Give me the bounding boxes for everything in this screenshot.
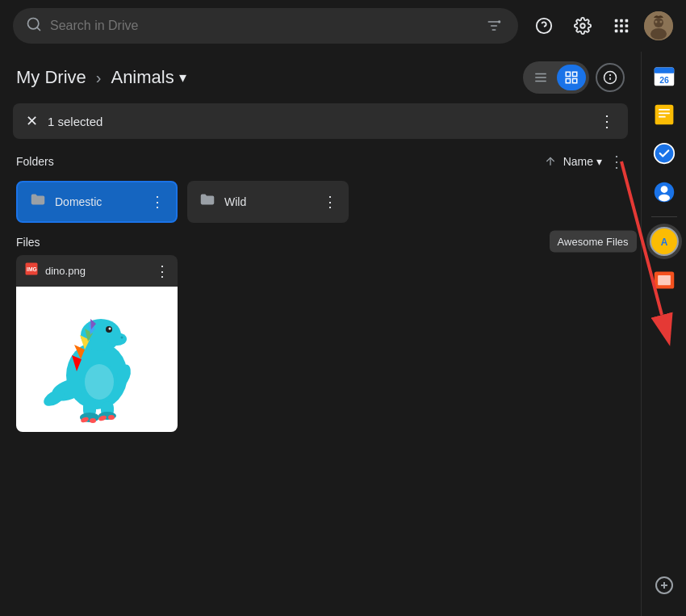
svg-rect-76: [658, 275, 671, 285]
sidebar-app-awesome[interactable]: A: [646, 224, 682, 259]
svg-point-19: [654, 18, 663, 27]
svg-text:26: 26: [659, 75, 669, 85]
svg-rect-17: [625, 30, 629, 33]
view-toggle: [523, 61, 589, 94]
svg-rect-63: [654, 71, 674, 73]
svg-point-60: [85, 364, 114, 400]
main-wrapper: My Drive › Animals ▾: [0, 52, 686, 616]
svg-rect-65: [655, 105, 673, 125]
svg-rect-12: [615, 24, 618, 27]
svg-rect-11: [625, 19, 629, 23]
file-card-header: IMG dino.png ⋮: [16, 255, 178, 287]
svg-rect-68: [659, 116, 666, 118]
deselect-button[interactable]: ✕: [26, 112, 38, 130]
sidebar-divider: [651, 216, 677, 217]
list-view-button[interactable]: [526, 65, 555, 90]
svg-text:A: A: [660, 237, 667, 248]
svg-rect-26: [566, 72, 570, 76]
view-controls: [523, 61, 625, 94]
sidebar-app-tasks[interactable]: [646, 136, 682, 171]
awesome-files-tooltip-container: A Awesome Files: [646, 224, 682, 259]
folders-section-header: Folders Name ▾ ⋮: [0, 145, 641, 178]
selection-count: 1 selected: [48, 115, 589, 128]
svg-point-72: [659, 195, 670, 202]
folder-name-wild: Wild: [224, 195, 315, 208]
sort-more-button[interactable]: ⋮: [609, 152, 625, 171]
sort-controls: Name ▾ ⋮: [544, 152, 625, 171]
sort-button[interactable]: Name ▾: [563, 155, 602, 168]
search-icon: [26, 16, 42, 36]
folder-icon-wild: [199, 191, 216, 213]
folders-grid: Domestic ⋮ Wild ⋮: [0, 178, 641, 233]
svg-line-1: [37, 27, 40, 30]
file-name: dino.png: [45, 265, 148, 277]
avatar[interactable]: [644, 11, 673, 40]
breadcrumb-root[interactable]: My Drive: [16, 67, 86, 88]
info-button[interactable]: [596, 63, 625, 92]
folders-label: Folders: [16, 155, 54, 168]
grid-view-button[interactable]: [557, 65, 586, 90]
folder-item-domestic[interactable]: Domestic ⋮: [16, 181, 178, 223]
svg-rect-10: [620, 19, 623, 23]
awesome-files-icon: A: [650, 227, 679, 256]
svg-point-71: [660, 186, 667, 193]
filter-icon-button[interactable]: [483, 15, 505, 37]
svg-rect-15: [615, 30, 618, 33]
files-label: Files: [16, 236, 625, 249]
svg-point-41: [109, 328, 111, 330]
dropdown-arrow-icon: ▾: [179, 69, 186, 86]
settings-button[interactable]: [567, 10, 599, 42]
svg-point-22: [660, 21, 663, 23]
svg-point-5: [498, 20, 500, 23]
svg-point-57: [90, 418, 96, 423]
svg-text:IMG: IMG: [27, 266, 37, 272]
sidebar-app-keep[interactable]: [646, 97, 682, 132]
svg-point-59: [108, 415, 115, 420]
right-sidebar: 26: [641, 52, 686, 616]
breadcrumb-current[interactable]: Animals ▾: [111, 67, 186, 88]
topbar-icons: [528, 10, 673, 42]
svg-point-42: [121, 337, 123, 339]
sidebar-app-calendar[interactable]: 26: [646, 58, 682, 94]
svg-point-39: [107, 333, 127, 346]
svg-point-21: [655, 21, 658, 23]
svg-point-8: [580, 23, 585, 28]
file-card-dino[interactable]: IMG dino.png ⋮: [16, 255, 178, 432]
svg-rect-13: [620, 24, 623, 27]
apps-button[interactable]: [605, 10, 638, 42]
breadcrumb-bar: My Drive › Animals ▾: [0, 52, 641, 103]
dino-image: [32, 295, 161, 424]
file-preview: [16, 287, 178, 432]
svg-rect-16: [620, 30, 623, 33]
svg-rect-29: [573, 79, 577, 83]
folder-item-wild[interactable]: Wild ⋮: [187, 181, 349, 223]
svg-rect-14: [625, 24, 629, 27]
svg-rect-9: [615, 19, 618, 23]
file-type-icon: IMG: [24, 262, 39, 280]
add-app-button[interactable]: [646, 568, 682, 603]
folder-name-domestic: Domestic: [55, 195, 142, 208]
selection-more-button[interactable]: ⋮: [599, 111, 615, 131]
selection-bar: ✕ 1 selected ⋮: [13, 103, 628, 139]
help-button[interactable]: [528, 10, 560, 42]
sidebar-app-slides[interactable]: [646, 262, 682, 298]
topbar: [0, 0, 686, 52]
svg-point-69: [654, 144, 674, 164]
folder-icon-domestic: [29, 191, 47, 213]
svg-rect-66: [659, 109, 670, 111]
file-more-button[interactable]: ⋮: [155, 262, 169, 280]
svg-rect-27: [573, 72, 577, 76]
folder-more-wild[interactable]: ⋮: [323, 193, 337, 211]
sidebar-app-contacts[interactable]: [646, 174, 682, 210]
svg-rect-28: [566, 79, 570, 83]
content-area: My Drive › Animals ▾: [0, 52, 641, 616]
svg-rect-67: [659, 112, 670, 114]
files-section: Files IMG dino.png ⋮: [0, 233, 641, 435]
search-input[interactable]: [50, 19, 475, 33]
folder-more-domestic[interactable]: ⋮: [150, 193, 165, 211]
svg-point-20: [650, 28, 667, 40]
search-bar: [13, 8, 518, 44]
breadcrumb-separator: ›: [96, 69, 102, 87]
